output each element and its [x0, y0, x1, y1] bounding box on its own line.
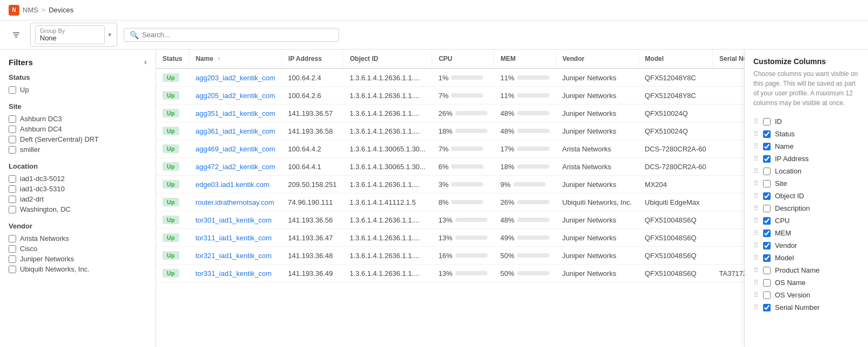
cell-ip-1: 100.64.2.6 — [281, 87, 343, 105]
filter-checkbox-1-2[interactable] — [9, 136, 16, 143]
customize-checkbox-15[interactable] — [763, 304, 771, 311]
customize-checkbox-0[interactable] — [763, 118, 771, 126]
cpu-pct: 7% — [439, 145, 449, 153]
device-link-4[interactable]: agg469_iad2_kentik_com — [195, 145, 275, 153]
drag-handle-icon[interactable]: ⠿ — [753, 266, 759, 274]
mem-bar-bg — [517, 147, 549, 151]
cell-name-7[interactable]: router.idrathernotsay.com — [189, 193, 281, 211]
cell-status-2: Up — [156, 105, 189, 122]
search-input[interactable] — [142, 31, 333, 39]
cell-ip-2: 141.193.36.57 — [281, 105, 343, 122]
table-row: Upagg205_iad2_kentik_com100.64.2.61.3.6.… — [156, 87, 744, 105]
customize-checkbox-9[interactable] — [763, 230, 771, 237]
drag-handle-icon[interactable]: ⠿ — [753, 142, 759, 150]
cpu-pct: 26% — [439, 109, 453, 117]
device-link-8[interactable]: tor301_iad1_kentik_com — [195, 216, 272, 224]
cell-vendor-6: Juniper Networks — [556, 176, 638, 193]
customize-item-11: ⠿Model — [753, 252, 859, 264]
cell-model-4: DCS-7280CR2A-60 — [638, 140, 712, 158]
cell-name-8[interactable]: tor301_iad1_kentik_com — [189, 211, 281, 229]
cell-mem-0: 11% — [494, 68, 556, 87]
filter-icon[interactable] — [9, 27, 24, 43]
filter-checkbox-2-2[interactable] — [9, 196, 16, 203]
cell-ip-9: 141.193.36.47 — [281, 229, 343, 247]
customize-checkbox-12[interactable] — [763, 267, 771, 274]
drag-handle-icon[interactable]: ⠿ — [753, 155, 759, 163]
drag-handle-icon[interactable]: ⠿ — [753, 130, 759, 138]
mem-bar-bg — [517, 200, 549, 204]
filter-checkbox-2-3[interactable] — [9, 206, 16, 213]
drag-handle-icon[interactable]: ⠿ — [753, 229, 759, 237]
customize-checkbox-7[interactable] — [763, 205, 771, 212]
cell-name-0[interactable]: agg203_iad2_kentik_com — [189, 68, 281, 87]
cell-name-3[interactable]: agg361_iad1_kentik_com — [189, 122, 281, 140]
customize-checkbox-10[interactable] — [763, 242, 771, 249]
table-row: Uptor301_iad1_kentik_com141.193.36.561.3… — [156, 211, 744, 229]
cell-name-5[interactable]: agg472_iad2_kentik_com — [189, 158, 281, 176]
drag-handle-icon[interactable]: ⠿ — [753, 179, 759, 188]
device-link-10[interactable]: tor321_iad1_kentik_com — [195, 252, 272, 260]
customize-checkbox-8[interactable] — [763, 217, 771, 225]
filter-checkbox-2-0[interactable] — [9, 175, 16, 183]
drag-handle-icon[interactable]: ⠿ — [753, 217, 759, 225]
cpu-bar-wrap: 8% — [439, 198, 484, 206]
table-row: Upagg351_iad1_kentik_com141.193.36.571.3… — [156, 105, 744, 122]
group-by-select[interactable]: Group By None ▼ — [30, 23, 117, 47]
customize-checkbox-1[interactable] — [763, 130, 771, 138]
filter-checkbox-2-1[interactable] — [9, 185, 16, 193]
drag-handle-icon[interactable]: ⠿ — [753, 279, 759, 287]
drag-handle-icon[interactable]: ⠿ — [753, 303, 759, 311]
filter-checkbox-3-0[interactable] — [9, 235, 16, 242]
device-link-6[interactable]: edge03.iad1.kentik.com — [195, 181, 269, 189]
cell-name-1[interactable]: agg205_iad2_kentik_com — [189, 87, 281, 105]
device-link-11[interactable]: tor331_iad1_kentik_com — [195, 269, 272, 277]
device-link-2[interactable]: agg351_iad1_kentik_com — [195, 109, 275, 117]
cell-name-10[interactable]: tor321_iad1_kentik_com — [189, 247, 281, 265]
device-link-0[interactable]: agg203_iad2_kentik_com — [195, 74, 275, 82]
filter-checkbox-3-1[interactable] — [9, 245, 16, 253]
search-box[interactable]: 🔍 — [124, 28, 339, 42]
filter-item-1-1: Ashburn DC4 — [9, 124, 147, 134]
cell-name-2[interactable]: agg351_iad1_kentik_com — [189, 105, 281, 122]
filter-label-1-2: Deft (ServerCentral) DRT — [20, 135, 98, 143]
device-link-9[interactable]: tor311_iad1_kentik_com — [195, 234, 272, 242]
device-link-1[interactable]: agg205_iad2_kentik_com — [195, 92, 275, 100]
cell-name-11[interactable]: tor331_iad1_kentik_com — [189, 265, 281, 282]
customize-checkbox-13[interactable] — [763, 279, 771, 287]
customize-checkbox-14[interactable] — [763, 292, 771, 299]
drag-handle-icon[interactable]: ⠿ — [753, 241, 759, 249]
customize-checkbox-4[interactable] — [763, 168, 771, 175]
filter-checkbox-0-0[interactable] — [9, 86, 16, 94]
cell-objectid-1: 1.3.6.1.4.1.2636.1.1.... — [343, 87, 432, 105]
filter-checkbox-1-0[interactable] — [9, 115, 16, 123]
filter-checkbox-1-1[interactable] — [9, 126, 16, 133]
cell-serial-11: TA3717260199 — [712, 265, 744, 282]
device-link-5[interactable]: agg472_iad2_kentik_com — [195, 163, 275, 171]
drag-handle-icon[interactable]: ⠿ — [753, 167, 759, 175]
device-link-7[interactable]: router.idrathernotsay.com — [195, 198, 274, 206]
filter-item-1-3: smiller — [9, 144, 147, 155]
cpu-pct: 8% — [439, 198, 449, 206]
cell-name-6[interactable]: edge03.iad1.kentik.com — [189, 176, 281, 193]
cell-name-4[interactable]: agg469_iad2_kentik_com — [189, 140, 281, 158]
drag-handle-icon[interactable]: ⠿ — [753, 204, 759, 212]
drag-handle-icon[interactable]: ⠿ — [753, 192, 759, 200]
drag-handle-icon[interactable]: ⠿ — [753, 254, 759, 262]
cell-name-9[interactable]: tor311_iad1_kentik_com — [189, 229, 281, 247]
drag-handle-icon[interactable]: ⠿ — [753, 291, 759, 299]
filter-checkbox-1-3[interactable] — [9, 146, 16, 154]
filter-item-0-0: Up — [9, 85, 147, 95]
drag-handle-icon[interactable]: ⠿ — [753, 117, 759, 126]
cell-status-0: Up — [156, 68, 189, 87]
sidebar-collapse-button[interactable]: ‹ — [144, 57, 147, 67]
customize-checkbox-6[interactable] — [763, 192, 771, 200]
customize-checkbox-5[interactable] — [763, 180, 771, 188]
filter-checkbox-3-2[interactable] — [9, 255, 16, 263]
cpu-bar-bg — [451, 147, 483, 151]
customize-checkbox-11[interactable] — [763, 254, 771, 262]
device-link-3[interactable]: agg361_iad1_kentik_com — [195, 127, 275, 135]
filter-checkbox-3-3[interactable] — [9, 266, 16, 273]
col-header-name[interactable]: Name ↑ — [189, 50, 281, 68]
customize-checkbox-2[interactable] — [763, 143, 771, 150]
customize-checkbox-3[interactable] — [763, 155, 771, 163]
